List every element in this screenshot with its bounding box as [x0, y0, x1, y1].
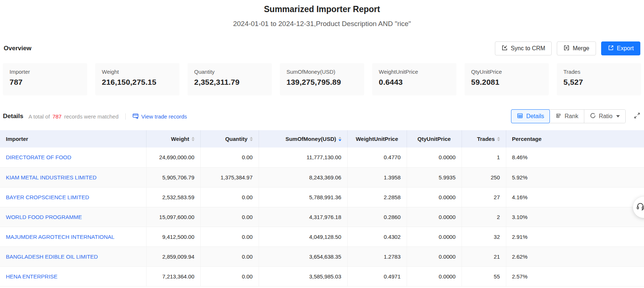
importer-link[interactable]: DIRECTORATE OF FOOD	[6, 154, 71, 160]
stat-value: 2,352,311.79	[194, 78, 265, 87]
weight-unit-price-cell: 0.4770	[347, 147, 407, 167]
percentage-cell: 4.16%	[506, 187, 644, 207]
overview-bar: Overview Sync to CRM	[0, 41, 644, 56]
stat-card-weight-unit-price: WeightUnitPrice 0.6443	[372, 63, 456, 95]
overview-stat-cards: Importer 787 Weight 216,150,275.15 Quant…	[0, 63, 644, 95]
weight-cell: 2,532,583.59	[146, 187, 200, 207]
qty-unit-price-cell: 0.0000	[407, 227, 462, 247]
importer-link[interactable]: KIAM METAL INDUSTRIES LIMITED	[6, 174, 97, 181]
quantity-cell: 0.00	[200, 187, 259, 207]
records-matched-text: A total of 787 records were matched	[29, 113, 119, 120]
stat-label: WeightUnitPrice	[379, 69, 450, 75]
report-query-subtitle: 2024-01-01 to 2024-12-31,Product Descrip…	[0, 20, 644, 28]
stat-value: 216,150,275.15	[102, 78, 173, 87]
merge-icon	[563, 45, 570, 52]
weight-cell: 2,859,009.94	[146, 247, 200, 266]
stat-label: QtyUnitPrice	[471, 69, 542, 75]
importer-link[interactable]: MAJUMDER AGROTECH INTERNATIONAL	[6, 234, 114, 240]
stat-label: Quantity	[194, 69, 265, 75]
percentage-cell: 3.10%	[506, 207, 644, 227]
percentage-cell: 5.92%	[506, 167, 644, 187]
chevron-down-icon	[616, 115, 620, 117]
export-button[interactable]: Export	[601, 41, 640, 55]
stat-value: 787	[10, 78, 81, 87]
matched-suffix: records were matched	[64, 113, 118, 120]
percentage-cell: 2.91%	[506, 227, 644, 247]
column-header-percentage: Percentage	[506, 130, 644, 147]
merge-button[interactable]: Merge	[557, 41, 596, 55]
quantity-cell: 0.00	[200, 207, 259, 227]
tab-details-label: Details	[526, 113, 544, 120]
page-title: Summarized Importer Report	[0, 4, 644, 14]
qty-unit-price-cell: 5.9935	[407, 167, 462, 187]
sort-icons-active-desc[interactable]	[338, 137, 341, 141]
weight-unit-price-cell: 1.2783	[347, 247, 407, 266]
export-icon	[608, 45, 614, 52]
stat-label: Importer	[10, 69, 81, 75]
weight-cell: 24,690,000.00	[146, 147, 200, 167]
stat-label: Weight	[102, 69, 173, 75]
percentage-cell: 8.46%	[506, 147, 644, 167]
view-mode-switcher: Details Rank	[511, 109, 626, 123]
trades-cell: 32	[462, 227, 506, 247]
stat-card-importer: Importer 787	[3, 63, 87, 95]
stat-label: SumOfMoney(USD)	[286, 69, 358, 75]
column-header-trades[interactable]: Trades	[462, 130, 506, 147]
column-header-weight[interactable]: Weight	[146, 130, 200, 147]
weight-cell: 5,905,706.79	[146, 167, 200, 187]
percentage-cell: 2.62%	[506, 247, 644, 266]
sum-cell: 11,777,130.00	[259, 147, 347, 167]
trade-records-icon	[132, 113, 139, 120]
importer-link[interactable]: HENA ENTERPRISE	[6, 273, 58, 280]
column-header-quantity[interactable]: Quantity	[200, 130, 259, 147]
view-trade-records-link[interactable]: View trade records	[132, 113, 187, 120]
sum-cell: 4,049,128.50	[259, 227, 347, 247]
qty-unit-price-cell: 0.0000	[407, 147, 462, 167]
action-buttons: Sync to CRM Merge	[495, 41, 640, 55]
table-header-row: Importer Weight Quantity SumOfMoney(USD)…	[0, 130, 644, 147]
trades-cell: 250	[462, 167, 506, 187]
quantity-cell: 0.00	[200, 227, 259, 247]
weight-unit-price-cell: 0.2860	[347, 207, 407, 227]
fullscreen-button[interactable]	[633, 112, 641, 121]
importer-link[interactable]: BAYER CROPSCIENCE LIMITED	[6, 194, 89, 200]
vertical-divider	[125, 113, 126, 120]
sum-cell: 8,243,369.06	[259, 167, 347, 187]
sum-cell: 5,788,991.36	[259, 187, 347, 207]
stat-value: 139,275,795.89	[286, 78, 358, 87]
tab-details[interactable]: Details	[511, 109, 550, 123]
stat-value: 0.6443	[379, 78, 450, 87]
sort-icons[interactable]	[497, 137, 500, 141]
weight-cell: 7,213,364.00	[146, 266, 200, 286]
qty-unit-price-cell: 0.0000	[407, 187, 462, 207]
table-row: WORLD FOOD PROGRAMME 15,097,600.00 0.00 …	[0, 207, 644, 227]
expand-icon	[633, 112, 641, 121]
weight-unit-price-cell: 2.2858	[347, 187, 407, 207]
sort-icons[interactable]	[192, 137, 195, 141]
importer-link[interactable]: WORLD FOOD PROGRAMME	[6, 214, 82, 220]
sum-cell: 3,654,638.35	[259, 247, 347, 266]
tab-ratio[interactable]: Ratio	[584, 110, 625, 123]
importer-report-page: Summarized Importer Report 2024-01-01 to…	[0, 4, 644, 288]
tab-rank[interactable]: Rank	[550, 110, 584, 123]
percentage-cell: 2.57%	[506, 266, 644, 286]
details-toolbar-right: Details Rank	[511, 109, 641, 123]
sort-icons[interactable]	[250, 137, 253, 141]
trades-cell: 55	[462, 266, 506, 286]
matched-prefix: A total of	[29, 113, 50, 120]
weight-cell: 15,097,600.00	[146, 207, 200, 227]
sum-cell: 4,317,976.18	[259, 207, 347, 227]
weight-cell: 9,412,500.00	[146, 227, 200, 247]
column-header-sum-of-money[interactable]: SumOfMoney(USD)	[259, 130, 347, 147]
trades-cell: 27	[462, 187, 506, 207]
ratio-circle-icon	[590, 113, 596, 120]
trades-cell: 1	[462, 147, 506, 167]
quantity-cell: 0.00	[200, 247, 259, 266]
table-row: KIAM METAL INDUSTRIES LIMITED 5,905,706.…	[0, 167, 644, 187]
details-toolbar: Details A total of 787 records were matc…	[0, 109, 644, 124]
sync-to-crm-label: Sync to CRM	[511, 45, 545, 52]
importer-link[interactable]: BANGLADESH EDIBLE OIL LIMITED	[6, 254, 98, 260]
stat-card-weight: Weight 216,150,275.15	[95, 63, 179, 95]
view-trade-records-label: View trade records	[141, 113, 187, 120]
sync-to-crm-button[interactable]: Sync to CRM	[495, 41, 552, 55]
